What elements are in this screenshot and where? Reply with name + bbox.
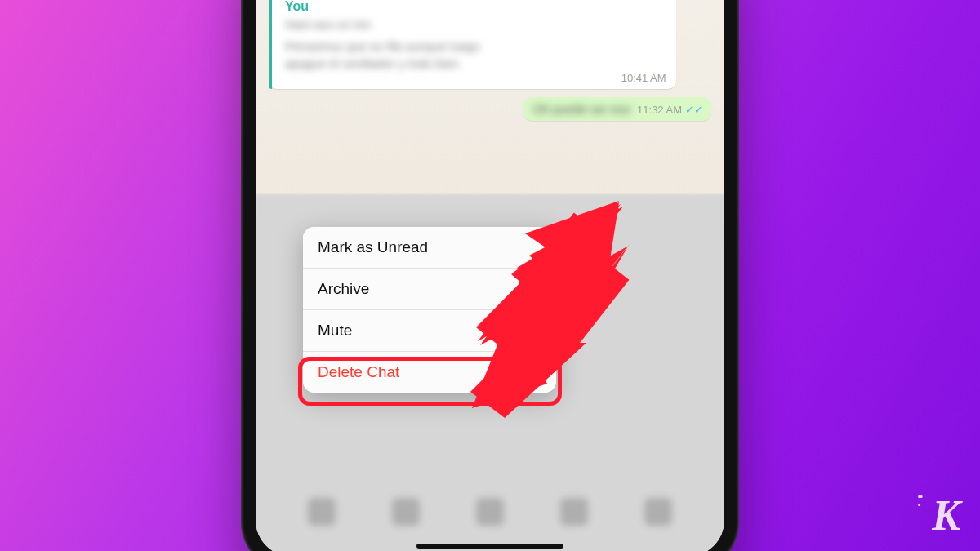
watermark-dots-icon: ∙∙∙	[917, 493, 921, 509]
read-ticks-icon: ✓✓	[685, 104, 703, 116]
context-menu: Mark as Unread Archive Mute Delete Chat	[303, 227, 556, 393]
svg-rect-1	[528, 287, 538, 295]
menu-label: Archive	[318, 280, 369, 298]
message-time: 11:32 AM	[637, 104, 682, 116]
message-outgoing[interactable]: Oh puede ser eso 11:32 AM ✓✓	[523, 97, 711, 121]
svg-rect-4	[528, 368, 537, 378]
archive-icon	[523, 280, 541, 298]
blurred-text: Pensemos que es fila aunque luego	[285, 39, 666, 53]
watermark-logo: ∙∙∙ K	[932, 491, 960, 540]
message-incoming-quote[interactable]: You Hast aus un ton Pensemos que es fila…	[269, 0, 676, 89]
trash-icon	[523, 363, 541, 381]
menu-item-mark-unread[interactable]: Mark as Unread	[303, 227, 556, 269]
home-indicator[interactable]	[416, 544, 564, 549]
watermark-letter: K	[932, 492, 960, 539]
blurred-text: apague el ventilador y todo bien	[285, 56, 666, 70]
menu-item-archive[interactable]: Archive	[303, 269, 556, 310]
quote-sender: You	[280, 0, 666, 14]
phone-frame: Que va vay 10:41 AM ✓✓ You Hast aus un t…	[241, 0, 739, 551]
menu-item-mute[interactable]: Mute	[303, 310, 556, 352]
menu-label: Delete Chat	[318, 363, 399, 381]
unread-icon	[523, 238, 541, 256]
menu-label: Mark as Unread	[318, 238, 428, 256]
phone-screen: Que va vay 10:41 AM ✓✓ You Hast aus un t…	[256, 0, 724, 551]
menu-item-delete-chat[interactable]: Delete Chat	[303, 352, 556, 393]
blurred-text: Oh puede ser eso	[533, 102, 630, 116]
blurred-text: Hast aus un ton	[285, 17, 666, 31]
message-time: 10:41 AM	[280, 72, 666, 84]
mute-icon	[523, 322, 541, 340]
tab-bar-blurred	[256, 498, 724, 526]
menu-label: Mute	[318, 322, 352, 340]
